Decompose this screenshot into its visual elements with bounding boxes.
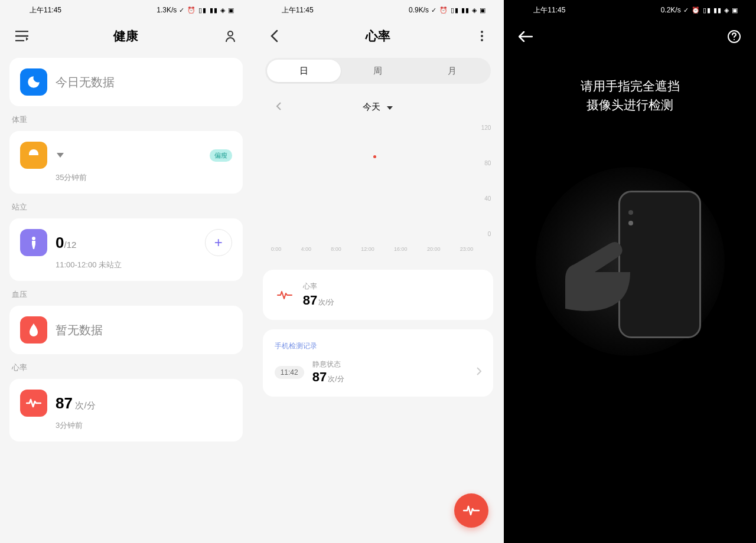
status-net: 1.3K/s [157,6,177,14]
status-time: 上午11:45 [282,5,314,15]
scale-icon [20,142,47,169]
dropdown-icon [56,151,65,160]
current-heart-card[interactable]: 心率 87次/分 [263,270,494,320]
heart-card[interactable]: 87 次/分 3分钟前 [9,379,243,441]
date-label[interactable]: 今天 [363,102,380,113]
measure-button[interactable] [454,493,488,528]
status-time: 上午11:45 [533,5,565,15]
title-bar [504,20,756,53]
chevron-left-icon[interactable] [276,102,282,113]
menu-icon[interactable] [13,27,31,45]
svg-point-0 [228,31,233,36]
page-title: 心率 [283,28,474,44]
x-tick: 23:00 [460,246,474,252]
svg-point-2 [481,31,483,33]
x-tick: 12:00 [361,246,374,252]
pulse-icon [275,285,295,305]
record-state: 静息状态 [312,359,469,369]
weight-badge: 偏瘦 [210,149,232,162]
back-icon[interactable] [265,27,283,45]
today-card[interactable]: 今日无数据 [9,58,243,106]
x-tick: 0:00 [271,246,282,252]
hr-label: 心率 [303,282,335,292]
x-tick: 8:00 [331,246,341,252]
section-heart-label: 心率 [12,362,240,373]
record-row[interactable]: 11:42 静息状态 87次/分 [275,359,482,385]
title-bar: 心率 [252,20,504,52]
x-tick: 16:00 [394,246,408,252]
svg-point-6 [734,39,735,40]
page-title: 健康 [31,28,221,44]
status-bar: 上午11:45 1.3K/s ✓ ⏰ ▯▮ ▮▮ ◈ ▣ [0,0,252,20]
heart-sub: 3分钟前 [56,420,232,431]
stand-card[interactable]: 0/12 + 11:00-12:00 未站立 [9,218,243,281]
hr-unit: 次/分 [318,298,334,306]
blood-text: 暂无数据 [56,322,103,338]
status-icons: ✓ ⏰ ▯▮ ▮▮ ◈ ▣ [179,6,234,14]
heart-rate-chart: 120 80 40 0 0:00 4:00 8:00 12:00 16:00 2… [265,125,491,260]
section-stand-label: 站立 [12,202,240,212]
hr-value: 87 [303,293,317,308]
status-bar: 上午11:45 0.9K/s ✓ ⏰ ▯▮ ▮▮ ◈ ▣ [252,0,504,20]
status-icons: ✓ ⏰ ▯▮ ▮▮ ◈ ▣ [431,6,486,14]
hand-icon [553,226,642,315]
status-net: 0.9K/s [409,6,429,14]
title-bar: 健康 [0,20,252,52]
status-net: 0.2K/s [661,6,681,14]
seg-day[interactable]: 日 [267,60,341,82]
blood-card[interactable]: 暂无数据 [9,306,243,354]
dropdown-icon[interactable] [386,102,393,113]
date-navigator: 今天 [252,90,504,119]
profile-icon[interactable] [221,27,239,45]
today-text: 今日无数据 [56,74,115,90]
chevron-right-icon [477,367,481,378]
help-icon[interactable] [725,28,743,45]
seg-week[interactable]: 周 [341,60,415,82]
y-tick: 80 [484,160,491,166]
add-button[interactable]: + [205,229,232,256]
chart-x-axis: 0:00 4:00 8:00 12:00 16:00 20:00 23:00 [271,246,474,252]
weight-timeago: 35分钟前 [56,172,232,183]
back-icon[interactable] [517,28,535,45]
y-tick: 40 [484,195,491,202]
records-header: 手机检测记录 [275,341,482,351]
heart-unit: 次/分 [75,400,95,410]
y-tick: 120 [481,125,491,131]
seg-month[interactable]: 月 [415,60,490,82]
status-bar: 上午11:45 0.2K/s ✓ ⏰ ▯▮ ▮▮ ◈ ▣ [504,0,756,20]
blood-icon [20,316,47,344]
stand-sub: 11:00-12:00 未站立 [56,260,232,270]
y-tick: 0 [488,231,491,237]
more-icon[interactable] [473,27,491,45]
x-tick: 20:00 [427,246,441,252]
svg-point-4 [481,39,483,41]
section-blood-label: 血压 [12,289,240,300]
section-weight-label: 体重 [12,115,240,125]
weight-card[interactable]: 偏瘦 35分钟前 [9,131,243,194]
status-time: 上午11:45 [30,5,61,15]
stand-value: 0 [56,234,64,251]
stand-suffix: /12 [64,240,76,250]
status-icons: ✓ ⏰ ▯▮ ▮▮ ◈ ▣ [683,6,738,14]
record-time: 11:42 [275,366,304,379]
svg-point-1 [32,237,35,240]
x-tick: 4:00 [301,246,312,252]
record-value: 87 [312,369,327,384]
heart-icon [20,390,47,417]
instruction-text: 请用手指完全遮挡 摄像头进行检测 [504,53,756,126]
period-segmented-control[interactable]: 日 周 月 [265,58,491,84]
stand-icon [20,229,47,256]
camera-illustration [536,167,725,356]
chart-data-point [373,155,376,158]
heart-value: 87 [56,394,73,412]
svg-point-3 [481,35,483,37]
records-card: 手机检测记录 11:42 静息状态 87次/分 [263,329,494,397]
record-unit: 次/分 [328,375,344,383]
moon-icon [20,68,47,96]
